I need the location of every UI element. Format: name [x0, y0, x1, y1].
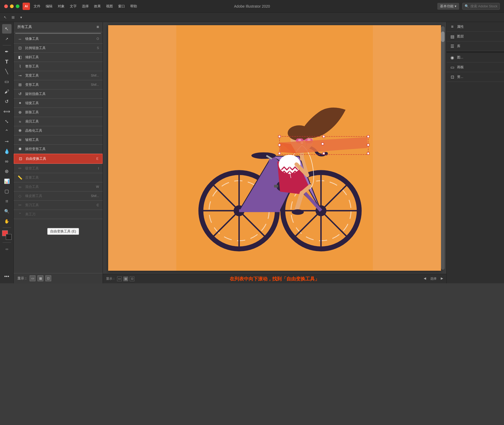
display-icon2[interactable]: ▦	[38, 275, 43, 281]
tool-item-mirror[interactable]: ↔ 镜像工具 O	[14, 34, 103, 43]
menu-object[interactable]: 对象	[55, 3, 67, 10]
tool-item-wrinkle[interactable]: ≋ 皱褶工具	[14, 135, 103, 144]
panel-image[interactable]: ◉ 图...	[447, 53, 504, 62]
tool-column[interactable]: 📊	[2, 177, 12, 186]
tool-item-free-transform[interactable]: ⊡ 自由变换工具 E	[14, 154, 103, 164]
canvas-wrapper[interactable]: 显示： ▭ ▦ ⊡ 在列表中向下滚动，找到「自由变换工具」 ◀ 选择 ▶	[103, 22, 446, 283]
tool-text[interactable]: T	[2, 57, 12, 66]
menu-view[interactable]: 视图	[103, 3, 116, 10]
workspace-selector[interactable]: 基本功能 ▾	[437, 3, 459, 10]
tool-artboard[interactable]: ▢	[2, 187, 12, 196]
search-box[interactable]: 🔍 搜索 Adobe Stock	[462, 3, 500, 10]
tool-item-measure[interactable]: 📏 度量工具	[14, 173, 103, 182]
panel-layers[interactable]: ▤ 图层	[447, 32, 504, 41]
tool-screen-mode[interactable]: ▭	[2, 244, 12, 254]
tool-item-pucker[interactable]: ✦ 缩拢工具	[14, 99, 103, 108]
tool-width[interactable]: ⊸	[2, 137, 12, 146]
tool-hand[interactable]: ✋	[2, 216, 12, 226]
tool-list-footer: 显示： ▭ ▦ ⊡	[14, 273, 103, 283]
tool-item-scale[interactable]: ⊡ 比例缩放工具 S	[14, 44, 103, 52]
tool-blend[interactable]: ∞	[2, 157, 12, 166]
measure-icon: 📏	[17, 175, 23, 180]
tool-item-eyedrop[interactable]: ✏ 吸管工具 I	[14, 164, 103, 173]
tool-item-puppet[interactable]: ✱ 操控变形工具	[14, 145, 103, 153]
svg-rect-49	[323, 135, 325, 137]
tool-select[interactable]: ↖	[2, 24, 12, 34]
tool-brush[interactable]: 🖌	[2, 87, 12, 96]
toolbar2-chevron-icon[interactable]: ▾	[18, 14, 24, 20]
color-selector[interactable]	[2, 230, 12, 240]
canvas-content	[108, 25, 441, 271]
tool-item-blend[interactable]: ∞ 混合工具 W	[14, 182, 103, 191]
tool-item-shear[interactable]: ◧ 倾斜工具	[14, 53, 103, 62]
library-icon: ☰	[450, 44, 455, 49]
panel-library[interactable]: ☰ 库	[447, 41, 504, 51]
scissors-icon: ✂	[17, 203, 23, 208]
close-button[interactable]	[4, 4, 8, 8]
display-mode-3[interactable]: ⊡	[130, 277, 134, 281]
menu-window[interactable]: 窗口	[116, 3, 128, 10]
menu-effect[interactable]: 效果	[91, 3, 103, 10]
panel-assets[interactable]: ⊡ 资...	[447, 72, 504, 82]
tool-item-width[interactable]: ⊸ 宽度工具 Shif...	[14, 71, 103, 80]
minimize-button[interactable]	[10, 4, 14, 8]
nav-right-icon[interactable]: ▶	[441, 277, 443, 281]
svg-point-40	[298, 139, 301, 141]
bloat-icon: ⊕	[17, 110, 23, 115]
menu-help[interactable]: 帮助	[128, 3, 140, 10]
vscroll-thumb[interactable]	[441, 31, 445, 42]
stroke-color[interactable]	[6, 234, 12, 240]
tool-group-scissors: ✂ 剪刀工具 C	[14, 201, 103, 210]
app-body: ↖ ↗ ✒ T ╲ ▭ 🖌 ↺ ⟺ ⤡ ⌃ ⊸ 💧 ∞ ⊛ 📊 ▢ ⌗ 🔍 ✋	[0, 22, 504, 283]
tool-rotate[interactable]: ↺	[2, 97, 12, 106]
tool-group-eraser: ◇ 橡皮擦工具 Shif...	[14, 192, 103, 201]
wrinkle-icon: ≋	[17, 137, 23, 142]
svg-rect-25	[274, 185, 278, 187]
display-icon3[interactable]: ⊡	[45, 275, 51, 281]
tool-more[interactable]: •••	[2, 272, 12, 281]
separator2	[3, 227, 11, 228]
display-icon1[interactable]: ▭	[30, 275, 35, 281]
tool-symbol[interactable]: ⊛	[2, 167, 12, 176]
menu-text[interactable]: 文字	[67, 3, 79, 10]
tool-item-knife[interactable]: ⌃ 美工刀	[14, 210, 103, 219]
tool-item-twirl[interactable]: ↺ 旋转扭曲工具	[14, 89, 103, 98]
tool-pen[interactable]: ✒	[2, 47, 12, 56]
tool-item-crystallize[interactable]: ❋ 晶格化工具	[14, 126, 103, 135]
tool-rect[interactable]: ▭	[2, 77, 12, 86]
tool-item-reshape[interactable]: ⌇ 整形工具	[14, 62, 103, 71]
tool-slice[interactable]: ⌗	[2, 196, 12, 206]
tool-reflect[interactable]: ⟺	[2, 107, 12, 116]
tool-item-bloat[interactable]: ⊕ 膨胀工具	[14, 108, 103, 117]
display-mode-1[interactable]: ▭	[117, 277, 122, 281]
maximize-button[interactable]	[16, 4, 19, 8]
tool-group-crystallize: ❋ 晶格化工具	[14, 126, 103, 135]
properties-icon: ≡	[450, 24, 455, 29]
display-mode-2[interactable]: ▦	[123, 277, 128, 281]
panel-artboard[interactable]: ▭ 画板	[447, 62, 504, 72]
menu-select[interactable]: 选择	[79, 3, 91, 10]
nav-left-icon[interactable]: ◀	[424, 277, 426, 281]
tool-direct-select[interactable]: ↗	[2, 34, 12, 44]
tool-tooltip: 自由变换工具 (E)	[47, 228, 79, 235]
tool-scale[interactable]: ⤡	[2, 117, 12, 126]
menu-file[interactable]: 文件	[31, 3, 43, 10]
statusbar-nav: ◀ 选择 ▶	[424, 277, 443, 281]
tool-warp[interactable]: ⌃	[2, 127, 12, 136]
tool-item-scissors[interactable]: ✂ 剪刀工具 C	[14, 201, 103, 210]
tool-list-body[interactable]: ↔ 镜像工具 O ⊡ 比例缩放工具 S ◧ 倾斜工具	[14, 32, 103, 273]
tool-item-eraser[interactable]: ◇ 橡皮擦工具 Shif...	[14, 192, 103, 200]
panel-properties[interactable]: ≡ 属性	[447, 22, 504, 32]
vscrollbar[interactable]	[441, 26, 445, 270]
menu-edit[interactable]: 编辑	[43, 3, 55, 10]
list-menu-icon[interactable]: ≡	[97, 25, 99, 29]
svg-rect-48	[279, 152, 281, 155]
svg-rect-51	[367, 135, 369, 137]
tool-item-warp[interactable]: ⊞ 变形工具 Shif...	[14, 80, 103, 89]
toolbar2-layout-icon[interactable]: ⊞	[10, 14, 16, 20]
tool-zoom[interactable]: 🔍	[2, 206, 12, 216]
tool-line[interactable]: ╲	[2, 67, 12, 76]
tool-item-scallop[interactable]: ≈ 扇贝工具	[14, 117, 103, 126]
toolbar2-cursor-icon[interactable]: ↖	[2, 14, 8, 20]
tool-eyedrop[interactable]: 💧	[2, 147, 12, 156]
